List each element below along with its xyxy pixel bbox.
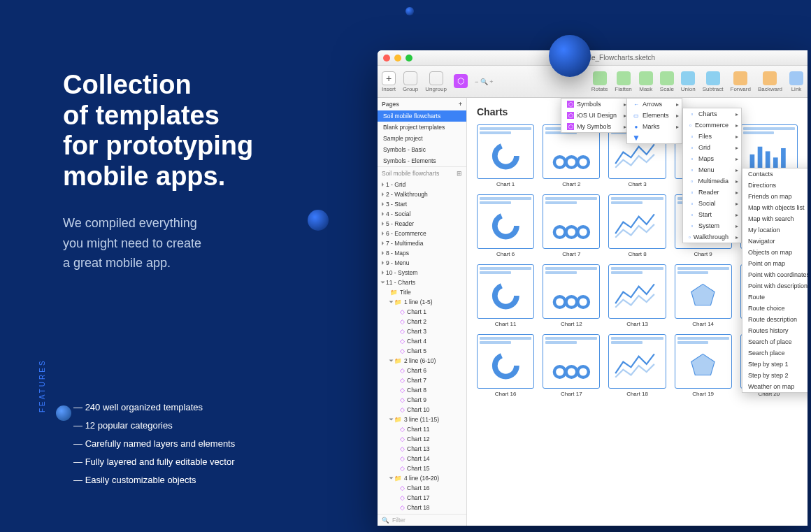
menu-item[interactable]: ▭Elements (627, 110, 682, 121)
menu-item[interactable]: ⬡Symbols (561, 99, 629, 110)
chart-artboard[interactable]: Chart 17 (543, 334, 600, 397)
layer-folder[interactable]: 📁 2 line (6-10) (378, 356, 466, 366)
subtract-button[interactable]: Subtract (703, 71, 724, 92)
menu-item[interactable]: Directions (742, 180, 808, 191)
chart-artboard[interactable]: Chart 1 (477, 124, 534, 187)
menu-item[interactable]: ▫Charts (683, 108, 741, 120)
layer-item[interactable]: ◇ Chart 14 (378, 454, 466, 463)
link-button[interactable]: Link (789, 71, 803, 92)
layer-group[interactable]: 10 - System (378, 268, 466, 278)
page-item[interactable]: Sample project (378, 133, 466, 144)
layer-item[interactable]: ◇ Chart 13 (378, 444, 466, 454)
layer-group[interactable]: 8 - Maps (378, 248, 466, 258)
menu-item[interactable]: ▫Ecommerce (683, 120, 741, 131)
menu-item[interactable]: ←Arrows (627, 99, 682, 110)
menu-item[interactable]: Navigator (742, 236, 808, 247)
layer-item[interactable]: ◇ Chart 7 (378, 375, 466, 385)
layer-item[interactable]: ◇ Chart 6 (378, 366, 466, 375)
flatten-button[interactable]: Flatten (615, 71, 631, 92)
layer-group[interactable]: 4 - Social (378, 209, 466, 219)
chart-artboard[interactable]: Chart 7 (543, 194, 600, 257)
layer-item[interactable]: ◇ Chart 3 (378, 326, 466, 336)
insert-button[interactable]: +Insert (382, 71, 396, 92)
menu-item[interactable]: ▼ (627, 132, 682, 143)
layer-group[interactable]: 1 - Grid (378, 180, 466, 189)
menu-item[interactable]: ▫Multimedia (683, 175, 741, 187)
layer-group[interactable]: 3 - Start (378, 199, 466, 209)
menu-item[interactable]: Map with objects list (742, 202, 808, 213)
union-button[interactable]: Union (681, 71, 696, 92)
layer-group[interactable]: 11 - Charts (378, 278, 466, 287)
layer-item[interactable]: 📁 Title (378, 287, 466, 297)
layer-item[interactable]: ◇ Chart 15 (378, 463, 466, 473)
menu-item[interactable]: Route choice (742, 303, 808, 314)
menu-item[interactable]: ▫Grid (683, 142, 741, 153)
layer-group[interactable]: 2 - Walkthrough (378, 189, 466, 199)
chart-artboard[interactable]: Chart 12 (543, 264, 600, 327)
layer-item[interactable]: ◇ Chart 2 (378, 317, 466, 326)
layer-item[interactable]: ◇ Chart 10 (378, 405, 466, 415)
layer-item[interactable]: ◇ Chart 16 (378, 483, 466, 493)
backward-button[interactable]: Backward (758, 71, 782, 92)
menu-item[interactable]: Point with description (742, 280, 808, 292)
chart-artboard[interactable]: Chart 2 (543, 124, 600, 187)
page-item[interactable]: Symbols - Basic (378, 144, 466, 155)
mask-button[interactable]: Mask (639, 71, 653, 92)
menu-item[interactable]: ⬡My Symbols (561, 121, 629, 132)
menu-item[interactable]: ▫Start (683, 209, 741, 220)
chart-artboard[interactable]: Chart 16 (477, 334, 534, 397)
menu-item[interactable]: ▫Menu (683, 164, 741, 175)
page-item[interactable]: Symbols - Elements (378, 155, 466, 166)
canvas[interactable]: Charts Chart 1Chart 2Chart 3Chart 4Chart… (467, 98, 808, 526)
layer-item[interactable]: ◇ Chart 4 (378, 336, 466, 346)
menu-item[interactable]: ▫Files (683, 131, 741, 142)
menu-item[interactable]: ▫Social (683, 198, 741, 209)
scale-button[interactable]: Scale (660, 71, 674, 92)
ungroup-button[interactable]: Ungroup (425, 71, 447, 92)
filter-input[interactable]: 🔍Filter (378, 514, 466, 526)
chart-artboard[interactable]: Chart 19 (675, 334, 732, 397)
menu-item[interactable]: Weather on map (742, 381, 808, 392)
layer-group[interactable]: 6 - Ecommerce (378, 229, 466, 238)
page-item[interactable]: Blank project templates (378, 122, 466, 133)
menu-item[interactable]: Map with search (742, 213, 808, 224)
menu-item[interactable]: ▫Walkthrough (683, 231, 741, 243)
menu-item[interactable]: Step by step 2 (742, 370, 808, 381)
layer-item[interactable]: ◇ Chart 18 (378, 503, 466, 512)
zoom-control[interactable]: − 🔍 + (475, 78, 494, 85)
menu-item[interactable]: Step by step 1 (742, 359, 808, 370)
menu-item[interactable]: Point on map (742, 258, 808, 269)
layer-folder[interactable]: 📁 1 line (1-5) (378, 297, 466, 307)
rotate-button[interactable]: Rotate (591, 71, 608, 92)
menu-item[interactable]: ⬡iOS UI Design (561, 110, 629, 121)
titlebar[interactable]: Soil_Mobile_Flowcharts.sketch (378, 50, 808, 66)
layer-item[interactable]: ◇ Chart 1 (378, 307, 466, 317)
layer-item[interactable]: ◇ Chart 17 (378, 493, 466, 503)
menu-item[interactable]: Contacts (742, 168, 808, 180)
add-page-icon[interactable]: + (459, 101, 462, 108)
menu-item[interactable]: Friends on map (742, 191, 808, 202)
chart-artboard[interactable]: Chart 18 (608, 334, 666, 397)
chart-artboard[interactable]: Chart 13 (608, 264, 666, 327)
symbols-button[interactable]: ⬡ (454, 74, 468, 89)
layer-folder[interactable]: 📁 4 line (16-20) (378, 473, 466, 483)
menu-item[interactable]: Route description (742, 314, 808, 325)
menu-item[interactable]: Search place (742, 347, 808, 359)
zoom-icon[interactable] (406, 55, 412, 62)
menu-item[interactable]: Objects on map (742, 247, 808, 258)
menu-item[interactable]: ▫Reader (683, 187, 741, 198)
menu-item[interactable]: ▫Maps (683, 153, 741, 164)
layers-options-icon[interactable]: ⊞ (457, 170, 462, 177)
group-button[interactable]: Group (403, 71, 418, 92)
layer-group[interactable]: 9 - Menu (378, 258, 466, 268)
menu-item[interactable]: Routes history (742, 325, 808, 336)
menu-item[interactable]: ▫System (683, 220, 741, 231)
chart-artboard[interactable]: Chart 11 (477, 264, 534, 327)
close-icon[interactable] (383, 55, 390, 62)
chart-artboard[interactable]: Chart 8 (608, 194, 666, 257)
layer-group[interactable]: 5 - Reader (378, 219, 466, 229)
layer-item[interactable]: ◇ Chart 5 (378, 346, 466, 356)
menu-item[interactable]: Route (742, 292, 808, 303)
layer-item[interactable]: ◇ Chart 8 (378, 385, 466, 395)
chart-artboard[interactable]: Chart 14 (675, 264, 732, 327)
